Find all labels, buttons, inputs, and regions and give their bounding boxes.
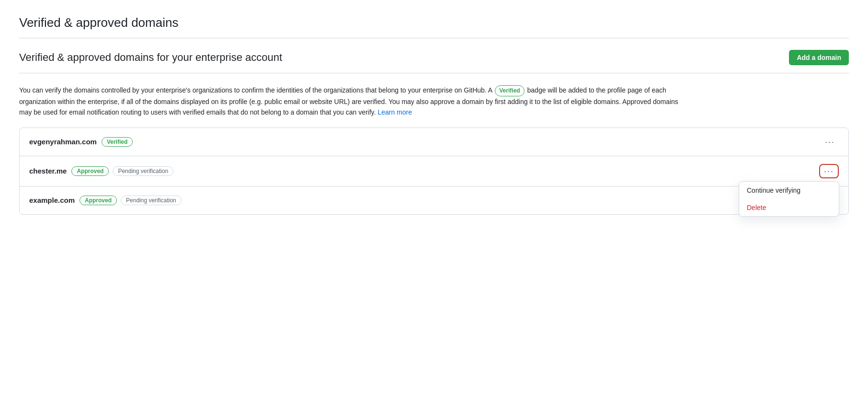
domain-name-evgenyrahman: evgenyrahman.com bbox=[29, 138, 97, 146]
verified-badge-inline: Verified bbox=[495, 85, 524, 96]
domain-name-example: example.com bbox=[29, 196, 75, 204]
badge-pending-chester: Pending verification bbox=[113, 166, 173, 176]
domains-container: evgenyrahman.com Verified ··· chester.me… bbox=[19, 128, 849, 215]
delete-button-chester[interactable]: Delete bbox=[739, 199, 839, 216]
domain-name-chester: chester.me bbox=[29, 167, 67, 175]
section-subtitle: Verified & approved domains for your ent… bbox=[19, 51, 282, 64]
more-button-chester[interactable]: ··· bbox=[820, 165, 838, 177]
domain-row-chester: chester.me Approved Pending verification… bbox=[20, 156, 848, 186]
add-domain-button[interactable]: Add a domain bbox=[789, 50, 849, 65]
continue-verifying-button[interactable]: Continue verifying bbox=[739, 182, 839, 199]
domain-row-evgenyrahman: evgenyrahman.com Verified ··· bbox=[20, 128, 848, 156]
domain-actions-chester: ··· Continue verifying Delete bbox=[819, 164, 839, 178]
page-title: Verified & approved domains bbox=[19, 15, 849, 30]
description: You can verify the domains controlled by… bbox=[19, 85, 690, 118]
learn-more-link[interactable]: Learn more bbox=[377, 108, 412, 116]
domain-actions-evgenyrahman: ··· bbox=[821, 136, 839, 148]
badge-pending-example: Pending verification bbox=[121, 196, 182, 205]
section-divider-2 bbox=[19, 73, 849, 73]
badge-verified-evgenyrahman: Verified bbox=[102, 137, 133, 147]
more-button-evgenyrahman[interactable]: ··· bbox=[821, 136, 839, 148]
dropdown-menu-chester: Continue verifying Delete bbox=[739, 181, 839, 217]
highlighted-actions-chester: ··· bbox=[819, 164, 839, 178]
badge-approved-example: Approved bbox=[80, 196, 117, 205]
section-divider bbox=[19, 38, 849, 38]
domain-row-example: example.com Approved Pending verificatio… bbox=[20, 186, 848, 214]
description-text-1: You can verify the domains controlled by… bbox=[19, 86, 492, 94]
badge-approved-chester: Approved bbox=[71, 166, 109, 176]
section-header: Verified & approved domains for your ent… bbox=[19, 50, 849, 65]
